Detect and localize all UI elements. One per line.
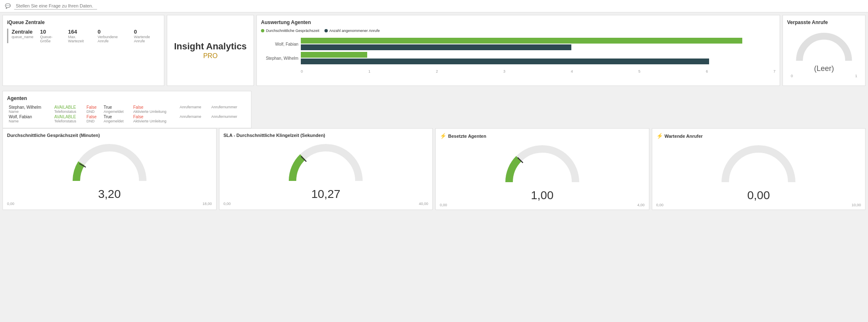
agent-angemeldet-cell: True Angemeldet xyxy=(102,105,132,114)
gauge-value-1: 10,27 xyxy=(224,188,429,201)
agent-anrufername-cell: Anrufername xyxy=(178,114,210,124)
auswertung-legend: Durchschnittliche Gesprächszeit Anzahl a… xyxy=(261,29,775,33)
bar-chart: Wolf, Fabian Stephan, Wilhelm xyxy=(261,36,775,68)
gauge-card-title-3: ⚡Wartende Anrufer xyxy=(656,133,861,139)
bar-label-wolf: Wolf, Fabian xyxy=(261,42,298,46)
agenten-card: Agenten Stephan, Wilhelm Name AVAILABLE … xyxy=(2,91,251,128)
gauge-value-0: 3,20 xyxy=(7,188,212,201)
empty-second-row xyxy=(254,91,866,128)
metric-queue-name: Zentrale queue_name xyxy=(12,29,34,43)
dashboard: iQueue Zentrale Zentrale queue_name 10 Q… xyxy=(0,12,868,91)
iqueue-card: iQueue Zentrale Zentrale queue_name 10 Q… xyxy=(2,15,164,86)
gauge-svg-container-1 xyxy=(224,139,429,186)
legend-dot-dark xyxy=(324,29,328,32)
auswertung-title: Auswertung Agenten xyxy=(261,20,775,25)
gauge-card-title-0: Durchschnittliche Gesprächszeit (Minuten… xyxy=(7,133,212,138)
gauge-min-max-0: 0,00 18,00 xyxy=(7,202,212,206)
gauge-svg xyxy=(717,141,800,186)
gauge-value-3: 0,00 xyxy=(656,189,861,202)
bar-dark-stephan xyxy=(301,59,709,64)
gauge-svg xyxy=(284,139,367,185)
bar-green-wolf xyxy=(301,38,742,44)
gauge-card-1: SLA - Durchschnittliche Klingelzeit (Sek… xyxy=(219,128,433,210)
agent-name-cell: Stephan, Wilhelm Name xyxy=(7,105,53,114)
bar-axis: 0 1 2 3 4 5 6 7 xyxy=(261,69,775,73)
metric-max-wait: 164 Max. Wartezeit xyxy=(68,29,91,43)
agenten-row: Stephan, Wilhelm Name AVAILABLE Telefons… xyxy=(7,105,247,114)
bar-group-wolf xyxy=(301,38,775,50)
agent-anrufernummer-cell: Anrufernummer xyxy=(210,105,247,114)
gauge-svg-container-3 xyxy=(656,141,861,187)
verpasste-content: (Leer) 0 1 xyxy=(787,29,861,78)
agenten-row: Wolf, Fabian Name AVAILABLE Telefonstatu… xyxy=(7,114,247,124)
gauge-min-max-3: 0,00 10,00 xyxy=(656,203,861,207)
verpasste-title: Verpasste Anrufe xyxy=(787,20,861,25)
legend-dot-green xyxy=(261,29,264,32)
gauge-icon: ⚡ xyxy=(656,133,663,139)
gauge-card-title-2: ⚡Besetzte Agenten xyxy=(440,133,645,139)
bar-group-stephan xyxy=(301,52,775,64)
agent-status-cell: AVAILABLE Telefonstatus xyxy=(53,105,85,114)
legend-dark: Anzahl angenommener Anrufe xyxy=(324,29,380,33)
verpasste-card: Verpasste Anrufe (Leer) 0 1 xyxy=(783,15,866,86)
insight-sub: PRO xyxy=(174,52,246,60)
bar-dark-wolf xyxy=(301,44,571,50)
insight-title: Insight Analytics xyxy=(174,41,246,52)
agent-dnd-cell: False DND xyxy=(85,105,102,114)
auswertung-card: Auswertung Agenten Durchschnittliche Ges… xyxy=(256,15,780,86)
metric-connected-calls: 0 Verbundene Anrufe xyxy=(98,29,127,43)
agent-anrufernummer-cell: Anrufernummer xyxy=(210,114,247,124)
iqueue-metrics: Zentrale queue_name 10 Queue-Größe 164 M… xyxy=(7,29,160,43)
metric-queue-size: 10 Queue-Größe xyxy=(40,29,61,43)
gauge-icon: ⚡ xyxy=(440,133,446,139)
second-row: Agenten Stephan, Wilhelm Name AVAILABLE … xyxy=(0,91,868,128)
verpasste-gauge-svg xyxy=(791,29,857,63)
gauge-svg xyxy=(68,139,151,185)
agent-umleitung-cell: False Aktivierte Umleitung xyxy=(132,105,178,114)
gauge-svg-container-0 xyxy=(7,139,212,186)
verpasste-value: (Leer) xyxy=(814,64,834,73)
chat-icon: 💬 xyxy=(5,3,11,9)
gauge-min-max-2: 0,00 4,00 xyxy=(440,203,645,207)
agenten-table: Stephan, Wilhelm Name AVAILABLE Telefons… xyxy=(7,105,247,124)
bar-label-stephan: Stephan, Wilhelm xyxy=(261,56,298,61)
verpasste-axis: 0 1 xyxy=(791,74,857,78)
top-bar: 💬 xyxy=(0,0,868,12)
iqueue-title: iQueue Zentrale xyxy=(7,20,160,25)
agent-dnd-cell: False DND xyxy=(85,114,102,124)
gauge-card-0: Durchschnittliche Gesprächszeit (Minuten… xyxy=(2,128,217,210)
gauge-value-2: 1,00 xyxy=(440,189,645,202)
gauge-svg-container-2 xyxy=(440,141,645,187)
metric-waiting-calls: 0 Wartende Anrufe xyxy=(134,29,160,43)
agent-status-cell: AVAILABLE Telefonstatus xyxy=(53,114,85,124)
insight-card: Insight Analytics PRO xyxy=(167,15,254,86)
bar-green-stephan xyxy=(301,52,367,58)
agent-name-cell: Wolf, Fabian Name xyxy=(7,114,53,124)
agent-umleitung-cell: False Aktivierte Umleitung xyxy=(132,114,178,124)
legend-green: Durchschnittliche Gesprächszeit xyxy=(261,29,319,33)
bottom-row: Durchschnittliche Gesprächszeit (Minuten… xyxy=(0,128,868,212)
gauge-svg xyxy=(501,141,584,186)
gauge-card-title-1: SLA - Durchschnittliche Klingelzeit (Sek… xyxy=(224,133,429,138)
agent-anrufername-cell: Anrufername xyxy=(178,105,210,114)
gauge-card-3: ⚡Wartende Anrufer 0,00 0,00 10,00 xyxy=(652,128,866,210)
question-input[interactable] xyxy=(14,2,97,10)
gauge-card-2: ⚡Besetzte Agenten 1,00 0,00 4,00 xyxy=(435,128,649,210)
bar-row-stephan: Stephan, Wilhelm xyxy=(261,52,775,64)
agenten-title: Agenten xyxy=(7,95,247,101)
agent-angemeldet-cell: True Angemeldet xyxy=(102,114,132,124)
bar-row-wolf: Wolf, Fabian xyxy=(261,38,775,50)
gauge-min-max-1: 0,00 40,00 xyxy=(224,202,429,206)
